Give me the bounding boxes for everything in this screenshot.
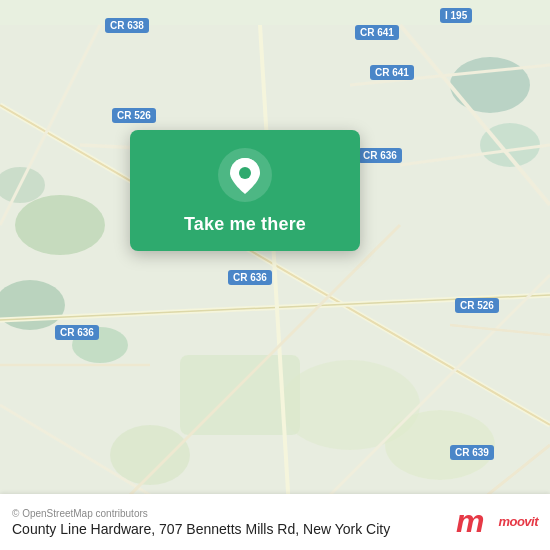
road-label-cr636-right: CR 636 [358, 148, 402, 163]
road-label-cr636-mid: CR 636 [228, 270, 272, 285]
osm-attribution: © OpenStreetMap contributors [12, 508, 390, 519]
road-label-cr641-top: CR 641 [355, 25, 399, 40]
road-label-cr526-left: CR 526 [112, 108, 156, 123]
svg-point-29 [239, 167, 251, 179]
moovit-logo: m moovit [456, 504, 538, 540]
location-card: Take me there [130, 130, 360, 251]
location-pin-icon [218, 148, 272, 202]
road-label-i195: I 195 [440, 8, 472, 23]
road-label-cr526-right: CR 526 [455, 298, 499, 313]
road-label-cr641-mid: CR 641 [370, 65, 414, 80]
bottom-left: © OpenStreetMap contributors County Line… [12, 508, 390, 537]
take-me-there-button[interactable]: Take me there [184, 212, 306, 237]
road-label-cr636-left: CR 636 [55, 325, 99, 340]
moovit-logo-svg: m [456, 504, 498, 540]
moovit-text: moovit [498, 515, 538, 529]
road-label-cr639: CR 639 [450, 445, 494, 460]
location-title: County Line Hardware, 707 Bennetts Mills… [12, 521, 390, 537]
road-labels: CR 638 I 195 CR 641 CR 641 CR 526 CR 636… [0, 0, 550, 550]
bottom-bar: © OpenStreetMap contributors County Line… [0, 494, 550, 550]
map-container: CR 638 I 195 CR 641 CR 641 CR 526 CR 636… [0, 0, 550, 550]
svg-text:m: m [456, 504, 484, 539]
road-label-cr638: CR 638 [105, 18, 149, 33]
